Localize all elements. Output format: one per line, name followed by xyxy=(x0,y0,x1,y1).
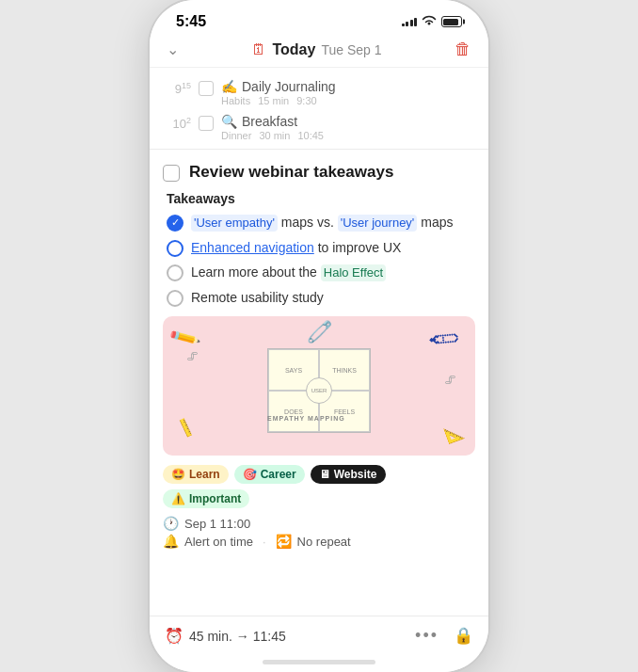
takeaway-item-1: ✓ 'User empathy' maps vs. 'User journey'… xyxy=(167,214,475,232)
card-checkbox[interactable] xyxy=(163,165,180,182)
ruler-right-icon: 📐 xyxy=(442,423,466,446)
timeline: 915 ✍️ Daily Journaling Habits 15 min 9:… xyxy=(150,68,488,150)
bullet-grey-icon-3 xyxy=(167,264,183,281)
highlight-user-journey: 'User journey' xyxy=(338,215,418,232)
binder-clip-icon: 🧷 xyxy=(307,320,332,344)
takeaway-item-2: Enhanced navigation to improve UX xyxy=(167,239,475,258)
task-meta-2: Dinner 30 min 10:45 xyxy=(221,130,475,141)
timeline-item-2: 102 🔍 Breakfast Dinner 30 min 10:45 xyxy=(150,110,488,145)
empathy-label: EMPATHY MAPPING xyxy=(267,415,345,422)
chevron-down-icon[interactable]: ⌄ xyxy=(167,40,179,58)
empathy-map-container: SAYS THINKS DOES FEELS USER EMPATHY MAPP… xyxy=(267,348,371,433)
task-info-1: ✍️ Daily Journaling Habits 15 min 9:30 xyxy=(221,79,475,106)
takeaway-text-3: Learn more about the Halo Effect xyxy=(191,264,386,282)
takeaway-text-4: Remote usability study xyxy=(191,289,324,308)
tag-learn[interactable]: 🤩 Learn xyxy=(163,465,229,484)
card-header: Review webinar takeaways xyxy=(163,163,475,182)
task-checkbox-2[interactable] xyxy=(199,116,214,131)
repeat-icon: 🔁 xyxy=(276,534,292,549)
clip-right-icon: 🖇 xyxy=(444,373,456,387)
tag-website[interactable]: 🖥 Website xyxy=(311,465,386,484)
takeaway-text-2: Enhanced navigation to improve UX xyxy=(191,239,401,258)
task-end-2: 10:45 xyxy=(297,130,324,141)
more-options-button[interactable]: ••• xyxy=(415,626,439,646)
alert-label: Alert on time xyxy=(184,535,253,549)
tags-row: 🤩 Learn 🎯 Career 🖥 Website ⚠️ Important xyxy=(163,465,475,508)
search-icon: 🔍 xyxy=(221,114,237,129)
timeline-item-1: 915 ✍️ Daily Journaling Habits 15 min 9:… xyxy=(150,75,488,110)
status-icons xyxy=(402,15,463,29)
task-duration-1: 15 min xyxy=(258,95,289,106)
enhanced-nav-link[interactable]: Enhanced navigation xyxy=(191,240,314,255)
bottom-bar: ⏰ 45 min. → 11:45 ••• 🔒 xyxy=(150,616,488,655)
calendar-icon: 🗓 xyxy=(251,41,266,58)
takeaway-item-4: Remote usability study xyxy=(167,289,475,308)
date-label: Tue Sep 1 xyxy=(321,42,381,57)
datetime-row: 🕐 Sep 1 11:00 xyxy=(163,516,475,531)
time-label-2: 102 xyxy=(163,114,191,131)
halo-effect-tag: Halo Effect xyxy=(321,264,386,281)
bullet-blue-icon xyxy=(167,240,183,257)
takeaways-section: Takeaways ✓ 'User empathy' maps vs. 'Use… xyxy=(163,191,475,307)
trash-button[interactable]: 🗑 xyxy=(455,40,471,59)
bullet-grey-icon-4 xyxy=(167,290,183,307)
signal-icon xyxy=(402,18,418,26)
time-label-1: 915 xyxy=(163,79,191,96)
alarm-icon: ⏰ xyxy=(165,627,183,645)
bullet-checked-icon: ✓ xyxy=(167,215,183,232)
task-name-1: Daily Journaling xyxy=(242,79,336,94)
card-title: Review webinar takeaways xyxy=(189,163,393,182)
today-label: Today xyxy=(272,41,315,58)
empathy-center: USER xyxy=(306,377,332,404)
ruler-red-icon: 📏 xyxy=(173,417,197,440)
takeaway-text-1: 'User empathy' maps vs. 'User journey' m… xyxy=(191,214,453,232)
task-end-1: 9:30 xyxy=(296,95,316,106)
empathy-map-image: ✏️ 🖊 📏 📐 🖇 🖇 🧷 SAYS THINKS DOES FEELS US… xyxy=(163,316,475,456)
status-time: 5:45 xyxy=(176,13,206,30)
duration-label: 45 min. → 11:45 xyxy=(189,629,286,644)
duration-area: ⏰ 45 min. → 11:45 xyxy=(165,627,286,645)
task-tag-2: Dinner xyxy=(221,130,251,141)
task-info-2: 🔍 Breakfast Dinner 30 min 10:45 xyxy=(221,114,475,141)
task-name-2: Breakfast xyxy=(242,114,297,129)
main-card: Review webinar takeaways Takeaways ✓ 'Us… xyxy=(150,150,488,616)
task-meta-1: Habits 15 min 9:30 xyxy=(221,95,475,106)
clock-icon: 🕐 xyxy=(163,516,179,531)
home-bar xyxy=(263,660,375,664)
bell-icon: 🔔 xyxy=(163,534,179,549)
home-indicator xyxy=(150,655,488,672)
takeaways-heading: Takeaways xyxy=(167,191,475,206)
task-duration-2: 30 min xyxy=(259,130,290,141)
takeaway-item-3: Learn more about the Halo Effect xyxy=(167,264,475,282)
repeat-label: No repeat xyxy=(297,535,351,549)
wifi-icon xyxy=(422,15,437,29)
app-header: ⌄ 🗓 Today Tue Sep 1 🗑 xyxy=(150,34,488,68)
alert-row: 🔔 Alert on time · 🔁 No repeat xyxy=(163,534,475,549)
journaling-icon: ✍️ xyxy=(221,79,237,94)
highlight-user-empathy: 'User empathy' xyxy=(191,215,278,232)
battery-icon xyxy=(441,16,462,27)
bottom-actions: ••• 🔒 xyxy=(415,626,473,646)
datetime-label: Sep 1 11:00 xyxy=(184,517,250,531)
pen-blue-icon: 🖊 xyxy=(425,319,466,360)
lock-icon: 🔒 xyxy=(454,626,473,646)
tag-career[interactable]: 🎯 Career xyxy=(234,465,305,484)
task-tag-1: Habits xyxy=(221,95,250,106)
tag-important[interactable]: ⚠️ Important xyxy=(163,489,249,508)
phone-frame: 5:45 ⌄ 🗓 Today Tue Sep 1 🗑 xyxy=(150,0,488,672)
task-checkbox-1[interactable] xyxy=(199,81,214,96)
header-title: 🗓 Today Tue Sep 1 xyxy=(251,41,381,58)
clip-left-icon: 🖇 xyxy=(186,349,199,363)
status-bar: 5:45 xyxy=(150,0,488,34)
